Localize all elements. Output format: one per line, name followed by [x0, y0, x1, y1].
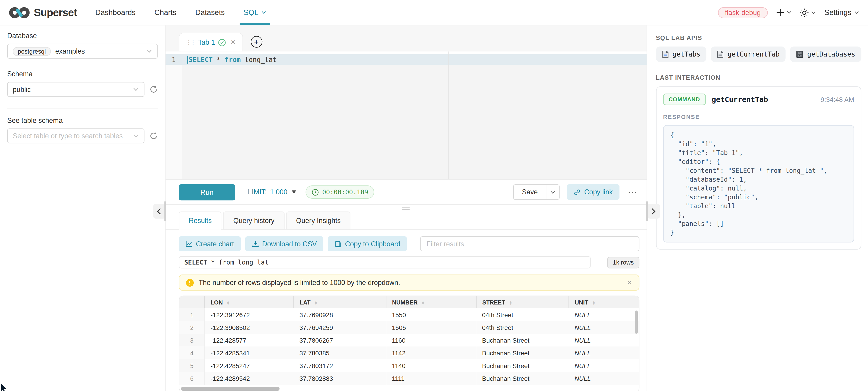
- superset-sql-lab-page: Superset DashboardsChartsDatasetsSQL fla…: [0, 0, 868, 391]
- drag-handle-icon[interactable]: ⋮⋮: [186, 39, 195, 45]
- chevron-down-icon: [811, 10, 816, 15]
- chevron-left-icon: [157, 208, 162, 214]
- database-label: Database: [7, 32, 158, 40]
- editor-tabstrip: ⋮⋮ Tab 1 ✕ +: [165, 26, 646, 52]
- sidebar-divider: [7, 159, 158, 159]
- column-header-lon[interactable]: LON▲▼: [205, 296, 293, 308]
- copy-link-label: Copy link: [584, 188, 613, 196]
- column-header-label: LAT: [300, 299, 310, 305]
- tab-query-history[interactable]: Query history: [223, 211, 284, 230]
- column-header-label: NUMBER: [392, 299, 417, 305]
- api-gettabs-button[interactable]: getTabs: [656, 46, 707, 62]
- panel-resize-handle[interactable]: [165, 205, 646, 211]
- api-getdatabases-button[interactable]: getDatabases: [790, 46, 861, 62]
- row-count-badge: 1k rows: [607, 257, 639, 268]
- schema-select-row: public: [7, 82, 158, 97]
- table-cell: 1142: [386, 347, 476, 359]
- row-number-cell: 1: [179, 308, 205, 321]
- refresh-tables-button[interactable]: [149, 132, 158, 140]
- run-query-button[interactable]: Run: [179, 184, 235, 200]
- table-cell: 37.7694259: [294, 321, 386, 334]
- theme-toggle-button[interactable]: [800, 8, 816, 17]
- results-table-container: LON▲▼LAT▲▼NUMBER▲▼STREET▲▼UNIT▲▼ 1-122.3…: [179, 296, 639, 391]
- tab-query-insights[interactable]: Query Insights: [286, 211, 351, 230]
- sort-icon[interactable]: ▲▼: [227, 300, 229, 305]
- tab-results[interactable]: Results: [179, 211, 222, 230]
- save-options-button[interactable]: [546, 185, 559, 199]
- column-header-street[interactable]: STREET▲▼: [476, 296, 569, 308]
- table-select-row: Select table or type to search tables: [7, 129, 158, 143]
- column-header-number[interactable]: NUMBER▲▼: [386, 296, 476, 308]
- page-body: Database postgresql examples Schema publ…: [0, 26, 868, 391]
- horizontal-scrollbar-thumb[interactable]: [181, 387, 280, 391]
- nav-item-sql[interactable]: SQL: [234, 0, 276, 25]
- sidebar-divider: [7, 108, 158, 109]
- nav-item-label: Datasets: [195, 8, 225, 17]
- sidebar-resize-handle[interactable]: [164, 201, 166, 221]
- collapse-sidebar-button[interactable]: [153, 204, 165, 219]
- schema-select[interactable]: public: [7, 82, 145, 97]
- query-preview: SELECT * from long_lat: [179, 256, 591, 269]
- nav-item-charts[interactable]: Charts: [145, 0, 186, 25]
- copy-to-clipboard-button[interactable]: Copy to Clipboard: [328, 236, 407, 251]
- sort-icon[interactable]: ▲▼: [314, 300, 317, 305]
- table-cell: 04th Street: [476, 321, 569, 334]
- database-select[interactable]: postgresql examples: [7, 44, 158, 59]
- last-interaction-card: COMMAND getCurrentTab 9:34:48 AM RESPONS…: [656, 86, 861, 250]
- nav-item-datasets[interactable]: Datasets: [186, 0, 234, 25]
- sql-token: from: [219, 258, 234, 266]
- limit-value: 1 000: [270, 188, 287, 196]
- copy-link-button[interactable]: Copy link: [567, 184, 619, 200]
- sql-code-editor[interactable]: 1 SELECT * from long_lat: [165, 52, 646, 180]
- response-label: RESPONSE: [663, 113, 854, 120]
- table-row: 1-122.391267237.7690928155004th StreetNU…: [179, 308, 639, 321]
- api-getcurrenttab-button[interactable]: getCurrentTab: [711, 46, 786, 62]
- sort-icon[interactable]: ▲▼: [422, 300, 425, 305]
- table-select[interactable]: Select table or type to search tables: [7, 129, 145, 143]
- link-icon: [574, 189, 581, 196]
- filter-results-input[interactable]: [421, 236, 639, 251]
- chevron-down-icon: [854, 10, 859, 15]
- brand-name: Superset: [34, 6, 77, 19]
- primary-nav: DashboardsChartsDatasetsSQL: [86, 0, 276, 25]
- download-csv-button[interactable]: Download to CSV: [245, 236, 323, 251]
- editor-gutter: [165, 65, 182, 180]
- close-alert-icon[interactable]: ✕: [627, 279, 632, 286]
- nav-item-dashboards[interactable]: Dashboards: [86, 0, 145, 25]
- refresh-icon: [149, 132, 158, 140]
- plus-icon: [776, 8, 785, 17]
- limit-dropdown[interactable]: LIMIT: 1 000: [248, 188, 297, 196]
- sort-icon[interactable]: ▲▼: [509, 300, 512, 305]
- sql-keyword: from: [225, 56, 241, 63]
- save-button[interactable]: Save: [514, 185, 546, 199]
- warning-icon: !: [186, 279, 194, 286]
- vertical-scrollbar-thumb[interactable]: [635, 311, 638, 333]
- row-number-cell: 5: [179, 359, 205, 372]
- add-tab-button[interactable]: +: [250, 36, 262, 47]
- editor-tab-1[interactable]: ⋮⋮ Tab 1 ✕: [179, 33, 243, 52]
- line-number: 1: [165, 56, 182, 63]
- clipboard-icon: [335, 240, 342, 248]
- results-body: Create chart Download to CSV: [165, 230, 646, 391]
- column-header-unit[interactable]: UNIT▲▼: [569, 296, 639, 308]
- sort-icon[interactable]: ▲▼: [592, 300, 595, 305]
- superset-logo[interactable]: Superset: [9, 6, 77, 19]
- create-chart-button[interactable]: Create chart: [179, 236, 241, 251]
- new-item-button[interactable]: [776, 8, 792, 17]
- collapse-api-panel-button[interactable]: [648, 204, 660, 219]
- settings-menu[interactable]: Settings: [825, 8, 859, 17]
- sql-keyword: SELECT: [184, 258, 207, 266]
- create-chart-label: Create chart: [196, 240, 234, 248]
- table-cell: -122.3912672: [205, 308, 293, 321]
- refresh-schemas-button[interactable]: [149, 85, 158, 94]
- right-panel-resize-handle[interactable]: [646, 201, 648, 221]
- more-options-button[interactable]: ···: [627, 188, 639, 196]
- column-header-lat[interactable]: LAT▲▼: [294, 296, 386, 308]
- close-tab-icon[interactable]: ✕: [230, 39, 236, 46]
- sql-editor-main: ⋮⋮ Tab 1 ✕ + 1 SELECT * from long_l: [165, 26, 647, 391]
- command-timestamp: 9:34:48 AM: [820, 95, 854, 103]
- chevron-down-icon: [146, 48, 152, 54]
- horizontal-scrollbar-track: [179, 385, 639, 391]
- api-getcurrenttab-label: getCurrentTab: [727, 51, 780, 58]
- table-cell: 37.7802883: [294, 372, 386, 385]
